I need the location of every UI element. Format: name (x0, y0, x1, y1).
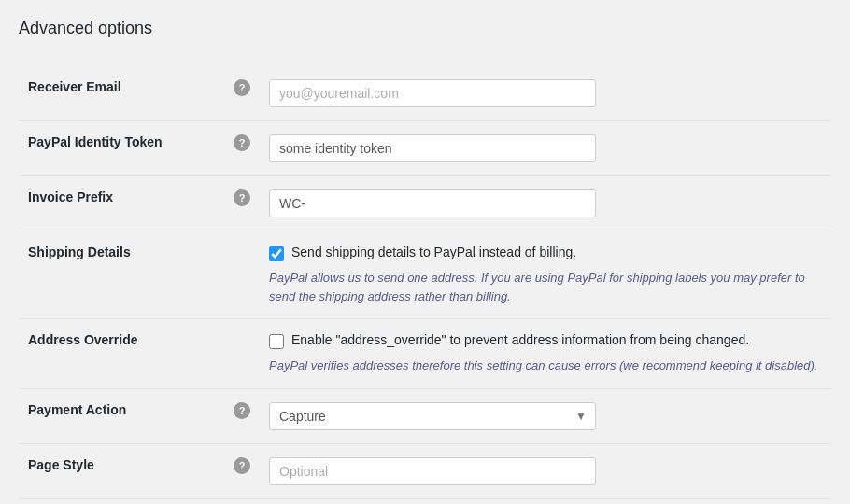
settings-form: Receiver Email ? PayPal Identity Token ? (19, 66, 831, 499)
shipping-details-input-cell: Send shipping details to PayPal instead … (260, 231, 831, 319)
shipping-details-row: Shipping Details Send shipping details t… (19, 231, 831, 319)
page-style-help-icon[interactable]: ? (234, 457, 250, 474)
paypal-identity-token-help-cell: ? (224, 121, 260, 176)
paypal-identity-token-input-cell (260, 121, 831, 176)
shipping-details-checkbox-label[interactable]: Send shipping details to PayPal instead … (291, 245, 576, 259)
receiver-email-input-cell (260, 66, 831, 121)
address-override-helper: PayPal verifies addresses therefore this… (269, 357, 822, 375)
payment-action-label: Payment Action (19, 388, 224, 443)
receiver-email-input[interactable] (269, 79, 596, 107)
payment-action-help-icon[interactable]: ? (234, 402, 250, 419)
receiver-email-help-cell: ? (224, 66, 260, 121)
receiver-email-help-icon[interactable]: ? (234, 79, 250, 96)
payment-action-select[interactable]: Capture Authorize (269, 402, 596, 430)
payment-action-select-wrapper: Capture Authorize ▼ (269, 402, 596, 430)
address-override-label: Address Override (19, 319, 224, 389)
shipping-details-checkbox-row: Send shipping details to PayPal instead … (269, 245, 822, 261)
invoice-prefix-input-cell (260, 176, 831, 231)
address-override-checkbox-label[interactable]: Enable "address_override" to prevent add… (291, 332, 749, 347)
address-override-row: Address Override Enable "address_overrid… (19, 319, 831, 389)
receiver-email-label: Receiver Email (19, 66, 224, 121)
page-title: Advanced options (19, 19, 831, 48)
address-override-help-cell (224, 319, 260, 389)
page-style-help-cell: ? (224, 443, 260, 498)
shipping-details-checkbox[interactable] (269, 246, 284, 261)
invoice-prefix-help-cell: ? (224, 176, 260, 231)
page-style-input-cell (260, 443, 831, 498)
payment-action-input-cell: Capture Authorize ▼ (260, 388, 831, 443)
payment-action-row: Payment Action ? Capture Authorize ▼ (19, 388, 831, 443)
page-style-label: Page Style (19, 443, 224, 498)
invoice-prefix-help-icon[interactable]: ? (234, 189, 250, 206)
shipping-details-label: Shipping Details (19, 231, 224, 319)
invoice-prefix-input[interactable] (269, 189, 596, 217)
receiver-email-row: Receiver Email ? (19, 66, 831, 121)
shipping-details-help-cell (224, 231, 260, 319)
invoice-prefix-label: Invoice Prefix (19, 176, 224, 231)
payment-action-help-cell: ? (224, 388, 260, 443)
page-style-row: Page Style ? (19, 443, 831, 498)
paypal-identity-token-input[interactable] (269, 134, 596, 162)
shipping-details-helper: PayPal allows us to send one address. If… (269, 269, 822, 305)
page-style-input[interactable] (269, 457, 596, 485)
address-override-checkbox-row: Enable "address_override" to prevent add… (269, 332, 822, 349)
invoice-prefix-row: Invoice Prefix ? (19, 176, 831, 231)
paypal-identity-token-help-icon[interactable]: ? (234, 134, 250, 151)
address-override-input-cell: Enable "address_override" to prevent add… (260, 319, 831, 389)
address-override-checkbox[interactable] (269, 334, 284, 349)
paypal-identity-token-label: PayPal Identity Token (19, 121, 224, 176)
paypal-identity-token-row: PayPal Identity Token ? (19, 121, 831, 176)
